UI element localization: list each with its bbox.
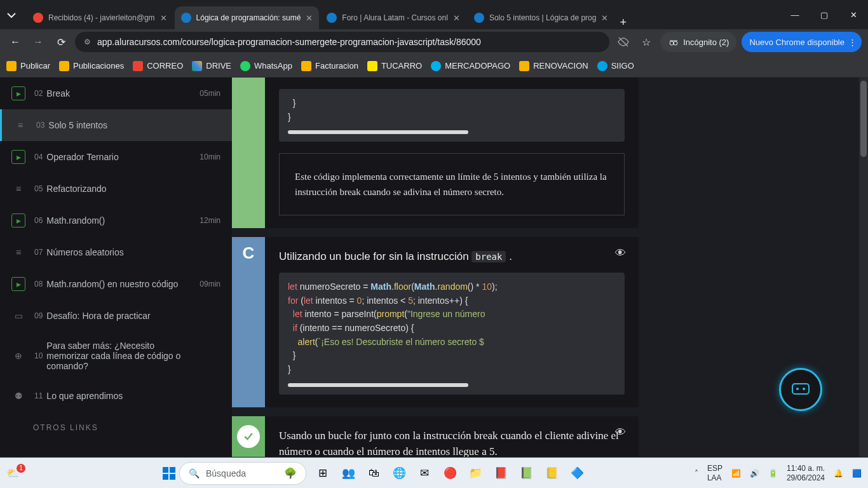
window-minimize[interactable]: — [780,0,810,29]
plus-icon: ⊕ [11,349,25,363]
explorer-icon[interactable]: 📁 [465,463,485,484]
close-icon[interactable]: ✕ [160,13,167,23]
svg-rect-6 [170,467,175,473]
wifi-icon[interactable]: 📶 [731,469,741,478]
vertical-scrollbar-thumb[interactable] [860,81,867,157]
tray-chevron-icon[interactable]: ˄ [695,469,698,478]
bookmark-drive[interactable]: DRIVE [192,61,231,71]
search-decoration-icon: 🌳 [284,467,297,479]
incognito-badge[interactable]: Incógnito (2) [660,32,736,52]
tab-gmail[interactable]: Recibidos (4) - javierleiton@gm✕ [27,6,173,29]
store-icon[interactable]: 🛍 [363,463,384,484]
notes-icon[interactable]: 📒 [541,463,562,484]
lesson-mathrandom[interactable]: ▸06Math.random()12min [0,205,232,236]
bookmark-mercadopago[interactable]: MERCADOPAGO [431,61,510,71]
lesson-desafio[interactable]: ▭09Desafío: Hora de practicar [0,300,232,332]
language-indicator[interactable]: ESP [707,464,722,473]
lesson-label: Math.random() en nuestro código [46,279,178,289]
no-tracking-icon[interactable] [614,33,632,51]
search-icon: 🔍 [189,468,200,478]
url-text: app.aluracursos.com/course/logica-progra… [97,37,481,47]
lesson-label: Refactorizando [46,184,106,194]
play-icon: ▸ [11,86,25,100]
chrome-icon[interactable]: 🔴 [440,463,460,484]
lesson-break[interactable]: ▸02Break05min [0,78,232,109]
back-button[interactable]: ← [6,33,24,51]
lesson-label: Math.random() [46,215,105,226]
close-icon[interactable]: ✕ [306,13,313,23]
site-settings-icon[interactable]: ⚙ [84,37,91,46]
tab-task[interactable]: Solo 5 intentos | Lógica de prog✕ [468,6,615,29]
reload-button[interactable]: ⟳ [52,33,70,51]
close-icon[interactable]: ✕ [601,13,608,23]
help-chat-button[interactable] [779,368,822,411]
notifications-icon[interactable]: 🔔 [834,469,843,478]
window-maximize[interactable]: ▢ [810,0,839,29]
lesson-aprendimos[interactable]: ⚉11Lo que aprendimos [0,380,232,412]
visibility-icon[interactable]: 👁 [615,426,626,439]
bookmark-whatsapp[interactable]: WhatsApp [240,61,292,71]
people-icon: ⚉ [11,389,25,403]
answer-title: Usando un bucle for junto con la instruc… [279,428,625,457]
incognito-label: Incógnito (2) [683,37,729,47]
chat-icon [790,379,811,400]
lesson-mathrandom-code[interactable]: ▸08Math.random() en nuestro código09min [0,268,232,300]
bookmark-facturacion[interactable]: Facturacion [301,61,358,71]
lesson-label: Break [46,88,70,98]
address-bar[interactable]: ⚙ app.aluracursos.com/course/logica-prog… [75,32,609,52]
clock[interactable]: 11:40 a. m.29/06/2024 [787,464,825,482]
weather-widget[interactable]: ⛅ 1 [6,467,32,479]
answer-letter: C [232,237,265,407]
edge-icon[interactable]: 🌐 [389,463,409,484]
bookmark-tucarro[interactable]: TUCARRO [367,61,422,71]
chrome-update-button[interactable]: Nuevo Chrome disponible ⋮ [742,32,862,52]
lesson-ternario[interactable]: ▸04Operador Ternario10min [0,141,232,173]
start-button[interactable] [159,463,179,484]
tab-foro[interactable]: Foro | Alura Latam - Cursos onl✕ [320,6,466,29]
window-close[interactable]: ✕ [839,0,868,29]
vertical-scrollbar-track[interactable] [859,78,868,457]
tab-alura-course[interactable]: Lógica de programación: sumé✕ [175,6,320,29]
teams-icon[interactable]: 👥 [338,463,358,484]
visibility-icon[interactable]: 👁 [615,247,626,260]
section-header: OTROS LINKS [0,412,232,436]
tab-title: Lógica de programación: sumé [196,13,301,22]
new-tab-button[interactable]: + [620,16,627,29]
system-tray: ˄ ESPLAA 📶 🔊 🔋 11:40 a. m.29/06/2024 🔔 🟦 [695,464,862,482]
content-area: } } Este código implementa correctamente… [232,78,868,457]
bookmark-siigo[interactable]: SIIGO [597,61,634,71]
battery-icon[interactable]: 🔋 [768,469,778,478]
vscode-icon[interactable]: 🔷 [567,463,587,484]
notification-badge: 1 [17,464,25,473]
chrome-update-label: Nuevo Chrome disponible [749,37,844,47]
bookmarks-bar: Publicar Publicaciones CORREO DRIVE What… [0,55,868,78]
answer-body[interactable]: 👁 Usando un bucle for junto con la instr… [265,416,639,457]
bookmark-renovacion[interactable]: RENOVACION [519,61,588,71]
lesson-refactor[interactable]: ≡05Refactorizando [0,173,232,205]
lesson-numeros[interactable]: ≡07Números aleatorios [0,236,232,268]
bookmark-publicar[interactable]: Publicar [6,61,50,71]
list-icon: ≡ [11,245,25,259]
mail-icon[interactable]: ✉ [414,463,435,484]
taskbar-search[interactable]: 🔍 Búsqueda 🌳 [179,462,306,485]
lesson-saber-mas[interactable]: ⊕10Para saber más: ¿Necesito memorizar c… [0,332,232,380]
bookmark-publicaciones[interactable]: Publicaciones [59,61,124,71]
copilot-icon[interactable]: 🟦 [852,469,862,478]
forward-button[interactable]: → [29,33,47,51]
close-icon[interactable]: ✕ [453,13,460,23]
volume-icon[interactable]: 🔊 [750,469,759,478]
code-block: } } [279,89,625,142]
horizontal-scrollbar[interactable] [288,383,468,387]
task-view-button[interactable]: ⊞ [313,463,333,484]
pdf-icon[interactable]: 📕 [491,463,511,484]
answer-body[interactable]: 👁 Utilizando un bucle for sin la instruc… [265,237,639,407]
excel-icon[interactable]: 📗 [516,463,536,484]
bookmark-star-icon[interactable]: ☆ [637,33,655,51]
bookmark-correo[interactable]: CORREO [133,61,183,71]
lesson-solo-5[interactable]: ≡03Solo 5 intentos [0,109,232,141]
keyboard-layout[interactable]: LAA [707,473,722,482]
lesson-label: Números aleatorios [46,247,123,257]
tab-search-icon[interactable] [4,7,19,22]
svg-point-3 [796,388,799,390]
horizontal-scrollbar[interactable] [288,130,468,134]
